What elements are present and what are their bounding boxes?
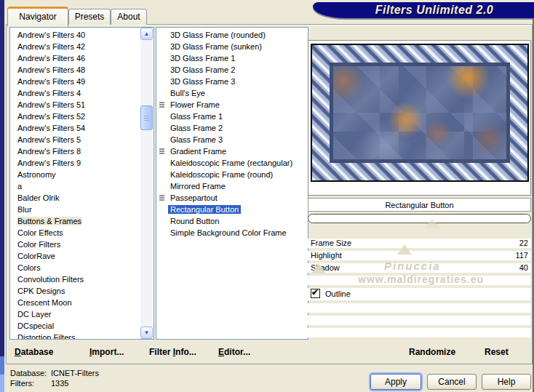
window-title: Filters Unlimited 2.0 [313, 2, 534, 18]
category-item[interactable]: Andrew's Filters 9 [10, 157, 154, 169]
filter-item[interactable]: Mirrored Frame [156, 180, 308, 192]
status-database-label: Database: [10, 369, 47, 377]
category-item[interactable]: Blur [10, 204, 154, 215]
reset-button[interactable]: Reset [485, 347, 509, 357]
category-list[interactable]: Andrew's Filters 40Andrew's Filters 42An… [9, 27, 154, 340]
category-item[interactable]: a [10, 180, 154, 192]
filter-item[interactable]: Flower Frame [156, 99, 308, 111]
slider-value: 22 [519, 239, 528, 248]
outline-checkbox-row: ✔Outline [308, 288, 531, 300]
category-item[interactable]: Andrew's Filters 4 [10, 87, 154, 99]
slider-shadow[interactable]: Shadow40 [308, 263, 531, 273]
category-list-scrollbar[interactable]: ▲ ▼ [140, 28, 153, 339]
scroll-down-icon[interactable]: ▼ [140, 327, 153, 339]
help-button[interactable]: Help [482, 374, 531, 390]
filter-list[interactable]: 3D Glass Frame (rounded)3D Glass Frame (… [156, 27, 308, 340]
tab-navigator[interactable]: Navigator [7, 7, 68, 27]
import-button[interactable]: Import... [89, 347, 124, 357]
database-button[interactable]: Database [15, 347, 53, 357]
apply-button[interactable]: Apply [370, 374, 421, 390]
parameter-sliders: Frame Size22Highlight117Shadow40✔Outline [308, 239, 531, 340]
filter-item[interactable]: Glass Frame 2 [156, 122, 308, 134]
cancel-button[interactable]: Cancel [427, 374, 477, 390]
filter-item[interactable]: Kaleidoscopic Frame (round) [156, 169, 308, 180]
category-item[interactable]: Colors [10, 262, 154, 273]
category-item[interactable]: DCspecial [10, 320, 154, 332]
randomize-button[interactable]: Randomize [409, 347, 455, 357]
category-item[interactable]: Andrew's Filters 40 [10, 29, 154, 41]
editor-button[interactable]: Editor... [218, 347, 250, 357]
slider-highlight[interactable]: Highlight117 [308, 251, 531, 260]
category-item[interactable]: Buttons & Frames [10, 215, 154, 227]
filter-item[interactable]: Rectangular Button [156, 204, 308, 215]
tab-presets[interactable]: Presets [68, 9, 111, 25]
desktop-background-strip [0, 0, 4, 392]
category-item[interactable]: DC Layer [10, 308, 154, 320]
status-database-value: ICNET-Filters [51, 369, 99, 377]
filter-item[interactable]: Kaleidoscopic Frame (rectangular) [156, 157, 308, 169]
preset-list-icon [159, 195, 164, 201]
progress-bar [308, 214, 531, 223]
empty-slider-row [308, 316, 531, 325]
scrollbar-thumb[interactable] [140, 105, 153, 130]
category-item[interactable]: Astronomy [10, 169, 154, 180]
category-item[interactable]: Andrew's Filters 8 [10, 145, 154, 157]
preset-list-icon [159, 102, 164, 108]
category-item[interactable]: Color Filters [10, 239, 154, 250]
category-item[interactable]: Andrew's Filters 49 [10, 76, 154, 87]
category-item[interactable]: Color Effects [10, 227, 154, 239]
category-item[interactable]: Balder Olrik [10, 192, 154, 204]
preview-image-center [330, 63, 510, 163]
category-item[interactable]: Andrew's Filters 46 [10, 52, 154, 64]
outline-checkbox-label: Outline [325, 289, 351, 298]
filter-item[interactable]: Simple Background Color Frame [156, 227, 308, 239]
filter-item[interactable]: Glass Frame 3 [156, 134, 308, 145]
preview-image [311, 44, 529, 182]
filter-item[interactable]: 3D Glass Frame 2 [156, 64, 308, 76]
filter-item[interactable]: 3D Glass Frame (sunken) [156, 41, 308, 52]
slider-value: 117 [515, 251, 528, 260]
category-item[interactable]: Andrew's Filters 5 [10, 134, 154, 145]
category-item[interactable]: Andrew's Filters 48 [10, 64, 154, 76]
selected-filter-name: Rectangular Button [308, 198, 531, 212]
category-item[interactable]: Crescent Moon [10, 297, 154, 308]
checkmark-icon: ✔ [311, 287, 319, 297]
slider-label: Highlight [311, 251, 342, 260]
slider-label: Frame Size [311, 239, 351, 248]
category-item[interactable]: Andrew's Filters 54 [10, 122, 154, 134]
outline-checkbox[interactable]: ✔ [311, 289, 320, 298]
scroll-up-icon[interactable]: ▲ [140, 28, 153, 40]
category-item[interactable]: ColorRave [10, 250, 154, 262]
empty-slider-row [308, 303, 531, 313]
category-item[interactable]: Andrew's Filters 52 [10, 111, 154, 122]
filter-item[interactable]: 3D Glass Frame (rounded) [156, 29, 308, 41]
title-banner: Filters Unlimited 2.0 [313, 2, 534, 18]
empty-slider-row [308, 328, 531, 337]
slider-frame-size[interactable]: Frame Size22 [308, 239, 531, 248]
filter-item[interactable]: 3D Glass Frame 3 [156, 76, 308, 87]
filters-unlimited-window: Filters Unlimited 2.0 Navigator Presets … [0, 0, 534, 392]
filter-item[interactable]: Bull's Eye [156, 87, 308, 99]
status-filters-value: 1335 [51, 379, 68, 388]
preset-list-icon [159, 148, 164, 155]
category-item[interactable]: Convolution Filters [10, 273, 154, 285]
filter-item[interactable]: Glass Frame 1 [156, 111, 308, 122]
filter-item[interactable]: 3D Glass Frame 1 [156, 52, 308, 64]
slider-value: 40 [519, 263, 528, 273]
tab-about[interactable]: About [111, 9, 147, 25]
category-item[interactable]: Andrew's Filters 51 [10, 99, 154, 111]
status-filters-label: Filters: [10, 379, 34, 388]
category-item[interactable]: Andrew's Filters 42 [10, 41, 154, 52]
filter-item[interactable]: Passepartout [156, 192, 308, 204]
filter-item[interactable]: Round Button [156, 215, 308, 227]
category-item[interactable]: Distortion Filters [10, 332, 154, 340]
empty-slider-row [308, 276, 531, 285]
filter-info-button[interactable]: Filter Info... [149, 347, 196, 357]
slider-label: Shadow [311, 263, 340, 273]
category-item[interactable]: CPK Designs [10, 285, 154, 297]
filter-item[interactable]: Gradient Frame [156, 145, 308, 157]
